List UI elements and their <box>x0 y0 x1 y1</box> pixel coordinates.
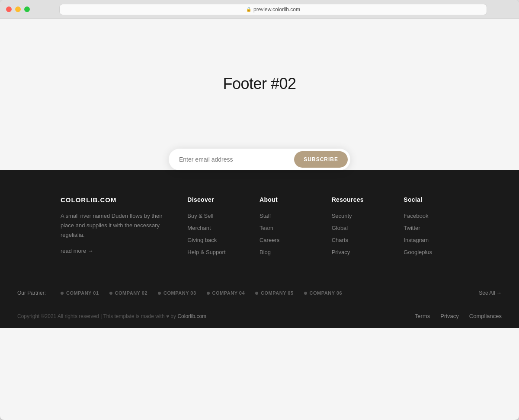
maximize-button[interactable] <box>24 6 30 12</box>
subscribe-button[interactable]: SUBSCRIBE <box>294 151 348 168</box>
address-bar[interactable]: 🔒 preview.colorlib.com <box>59 4 487 15</box>
minimize-button[interactable] <box>15 6 21 12</box>
legal-link-privacy[interactable]: Privacy <box>440 313 459 319</box>
list-item: Help & Support <box>187 248 242 256</box>
list-item: Security <box>332 212 387 220</box>
about-link-team[interactable]: Team <box>260 225 273 231</box>
legal-link-terms[interactable]: Terms <box>415 313 430 319</box>
list-item: Privacy <box>332 248 387 256</box>
legal-link-compliances[interactable]: Compliances <box>469 313 502 319</box>
partner-dot-icon <box>109 292 112 295</box>
list-item: Buy & Sell <box>187 212 242 220</box>
social-link-googleplus[interactable]: Googleplus <box>404 249 432 255</box>
social-list: Facebook Twitter Instagram Googleplus <box>404 212 458 256</box>
footer-discover-col: Discover Buy & Sell Merchant Giving back… <box>187 196 242 260</box>
email-input[interactable] <box>179 156 294 163</box>
partner-item-1[interactable]: COMPANY 01 <box>61 290 99 296</box>
list-item: Merchant <box>187 224 242 232</box>
partner-name: COMPANY 06 <box>310 290 343 296</box>
list-item: Staff <box>260 212 314 220</box>
list-item: Charts <box>332 236 387 244</box>
footer: COLORLIB.COM A small river named Duden f… <box>0 157 519 328</box>
footer-resources-col: Resources Security Global Charts Privacy <box>332 196 387 260</box>
discover-link-merchant[interactable]: Merchant <box>187 225 211 231</box>
partner-item-5[interactable]: COMPANY 05 <box>255 290 294 296</box>
partner-name: COMPANY 02 <box>115 290 148 296</box>
discover-link-giving-back[interactable]: Giving back <box>187 237 217 243</box>
resources-heading: Resources <box>332 196 387 203</box>
brand-name: COLORLIB.COM <box>61 196 170 204</box>
resources-list: Security Global Charts Privacy <box>332 212 387 256</box>
partner-name: COMPANY 04 <box>212 290 245 296</box>
lock-icon: 🔒 <box>246 7 251 12</box>
list-item: Twitter <box>404 224 458 232</box>
partner-name: COMPANY 03 <box>163 290 196 296</box>
discover-heading: Discover <box>187 196 242 203</box>
resources-link-charts[interactable]: Charts <box>332 237 348 243</box>
partner-dot-icon <box>61 292 64 295</box>
subscribe-form: SUBSCRIBE <box>169 149 350 170</box>
social-link-instagram[interactable]: Instagram <box>404 237 429 243</box>
partner-item-2[interactable]: COMPANY 02 <box>109 290 148 296</box>
footer-legal-links: Terms Privacy Compliances <box>415 313 502 319</box>
about-link-blog[interactable]: Blog <box>260 249 271 255</box>
close-button[interactable] <box>6 6 12 12</box>
partner-dot-icon <box>255 292 258 295</box>
subscribe-section: SUBSCRIBE <box>0 149 519 170</box>
list-item: Googleplus <box>404 248 458 256</box>
copyright-text: Copyright ©2021 All rights reserved | Th… <box>17 313 176 319</box>
resources-link-privacy[interactable]: Privacy <box>332 249 350 255</box>
list-item: Giving back <box>187 236 242 244</box>
read-more-link[interactable]: read more → <box>61 248 93 254</box>
resources-link-global[interactable]: Global <box>332 225 348 231</box>
social-link-twitter[interactable]: Twitter <box>404 225 420 231</box>
resources-link-security[interactable]: Security <box>332 213 352 219</box>
list-item: Instagram <box>404 236 458 244</box>
social-link-facebook[interactable]: Facebook <box>404 213 428 219</box>
browser-titlebar: 🔒 preview.colorlib.com <box>0 0 519 19</box>
discover-link-help-support[interactable]: Help & Support <box>187 249 225 255</box>
discover-link-buy-sell[interactable]: Buy & Sell <box>187 213 213 219</box>
page-title: Footer #02 <box>223 75 296 93</box>
partner-dot-icon <box>304 292 307 295</box>
footer-main: COLORLIB.COM A small river named Duden f… <box>43 183 476 282</box>
footer-bottom: Copyright ©2021 All rights reserved | Th… <box>0 304 519 328</box>
partner-item-6[interactable]: COMPANY 06 <box>304 290 343 296</box>
about-link-careers[interactable]: Careers <box>260 237 279 243</box>
list-item: Facebook <box>404 212 458 220</box>
footer-partners-bar: Our Partner: COMPANY 01 COMPANY 02 COMPA… <box>0 282 519 304</box>
browser-window: 🔒 preview.colorlib.com Footer #02 SUBSCR… <box>0 0 519 420</box>
list-item: Careers <box>260 236 314 244</box>
url-text: preview.colorlib.com <box>253 6 300 13</box>
partner-dot-icon <box>207 292 210 295</box>
list-item: Blog <box>260 248 314 256</box>
partner-dot-icon <box>158 292 161 295</box>
about-heading: About <box>260 196 314 203</box>
footer-brand-col: COLORLIB.COM A small river named Duden f… <box>61 196 170 260</box>
footer-social-col: Social Facebook Twitter Instagram Google… <box>404 196 458 260</box>
partner-item-4[interactable]: COMPANY 04 <box>207 290 245 296</box>
brand-description: A small river named Duden flows by their… <box>61 211 170 240</box>
social-heading: Social <box>404 196 458 203</box>
browser-content: Footer #02 SUBSCRIBE COLORLIB.COM A smal… <box>0 19 519 397</box>
page-below-footer <box>0 328 519 397</box>
hero-section: Footer #02 <box>0 19 519 149</box>
footer-about-col: About Staff Team Careers Blog <box>260 196 314 260</box>
list-item: Team <box>260 224 314 232</box>
list-item: Global <box>332 224 387 232</box>
see-all-link[interactable]: See All → <box>479 290 502 296</box>
footer-copyright: Copyright ©2021 All rights reserved | Th… <box>17 313 206 319</box>
partners-label: Our Partner: <box>17 290 46 296</box>
partner-name: COMPANY 01 <box>66 290 99 296</box>
partner-name: COMPANY 05 <box>261 290 294 296</box>
about-link-staff[interactable]: Staff <box>260 213 271 219</box>
discover-list: Buy & Sell Merchant Giving back Help & S… <box>187 212 242 256</box>
about-list: Staff Team Careers Blog <box>260 212 314 256</box>
copyright-link[interactable]: Colorlib.com <box>177 313 206 319</box>
partner-item-3[interactable]: COMPANY 03 <box>158 290 196 296</box>
